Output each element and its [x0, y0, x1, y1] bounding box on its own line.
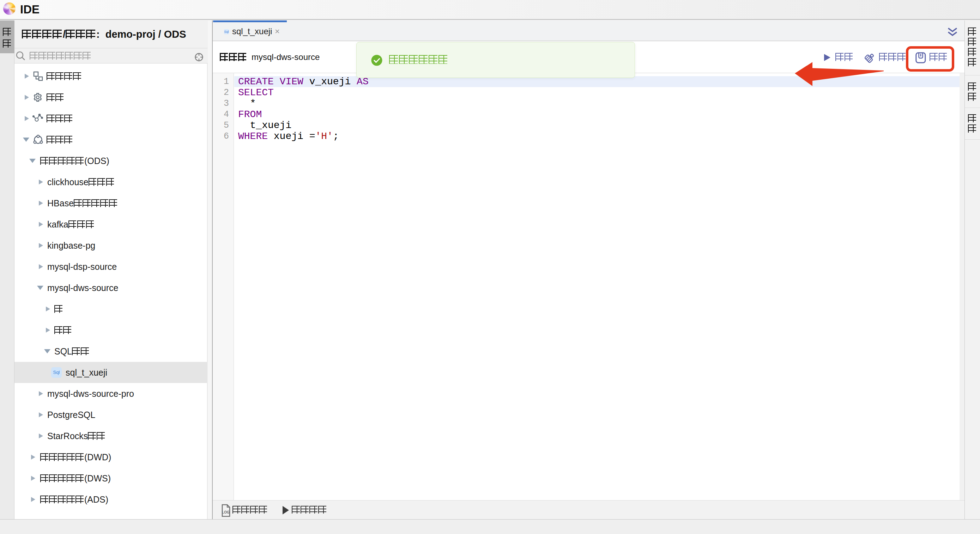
- svg-text:LOG: LOG: [222, 510, 230, 514]
